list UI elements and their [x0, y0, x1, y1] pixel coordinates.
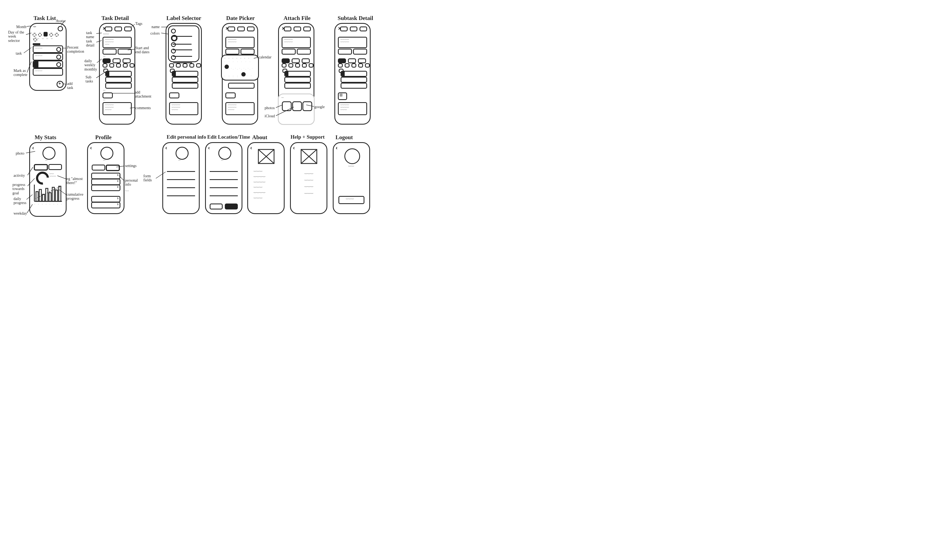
task-name[interactable]: 〰〰	[103, 32, 109, 36]
tags-row	[227, 26, 255, 32]
annot: …	[125, 188, 129, 192]
form-field[interactable]	[210, 179, 238, 180]
phone-profile: ‹ 〰 › › › › ›	[87, 142, 125, 214]
annot: iCloud	[265, 114, 275, 118]
annot: name	[151, 25, 160, 29]
icloud-option[interactable]	[292, 102, 302, 111]
annot: Avatar	[56, 19, 66, 23]
day-selector[interactable]	[33, 32, 63, 42]
primary-button[interactable]	[225, 203, 238, 209]
profile-photo[interactable]	[176, 147, 188, 160]
comments-box: 〰〰〰〰〰〰〰〰〰〰〰	[169, 102, 198, 115]
profile-photo[interactable]	[42, 147, 56, 160]
task-detail-box[interactable]: 〰〰〰〰〰〰〰〰〰〰	[103, 37, 132, 48]
complete-toggle[interactable]	[34, 62, 39, 67]
form-field[interactable]	[210, 187, 238, 188]
phone-my-stats: ‹ 〰 〰〰〰〰〰 - - - - - - - -	[29, 142, 66, 217]
back-icon[interactable]: ‹	[336, 145, 338, 151]
attachment-button[interactable]	[103, 92, 113, 98]
list-row[interactable]: ›	[91, 173, 120, 179]
subtask-item[interactable]	[105, 77, 132, 83]
phone-date-picker: ✕ 〰〰〰〰〰〰〰〰 - - - - - - - · · · · · · · ·…	[222, 23, 258, 125]
form-field[interactable]	[167, 187, 195, 188]
name-label: 〰	[45, 159, 48, 162]
svg-rect-4	[42, 194, 45, 202]
annot: daily weekly monthly	[85, 59, 98, 71]
percent-ring-icon	[56, 47, 61, 52]
list-row[interactable]: ›	[91, 178, 120, 185]
form-field[interactable]	[167, 195, 195, 196]
body-text: 〰〰〰〰〰〰〰〰〰〰〰〰〰〰〰〰〰〰〰〰〰	[253, 169, 278, 201]
task-item[interactable]: 〰〰〰	[33, 53, 63, 60]
profile-photo[interactable]	[218, 147, 231, 160]
list-row[interactable]: ›	[91, 185, 120, 191]
list-row[interactable]: ›	[91, 196, 120, 202]
annot: colors	[150, 31, 160, 35]
back-icon[interactable]: ‹	[90, 145, 92, 151]
svg-rect-7	[52, 187, 54, 202]
tags-row[interactable]	[105, 26, 132, 32]
end-date[interactable]	[118, 49, 132, 55]
annot: google	[314, 105, 325, 109]
svg-rect-2	[36, 192, 38, 202]
screen-title: Logout	[335, 134, 353, 141]
photos-option[interactable]	[282, 102, 292, 111]
comments-box[interactable]: 〰〰〰〰〰〰〰〰〰〰〰	[103, 102, 132, 115]
logout-button[interactable]: 〰〰〰	[338, 196, 364, 204]
chevron-right-icon: ›	[117, 178, 119, 183]
phone-attach-file: ✕ 〰〰〰〰〰〰〰〰 〰	[278, 23, 314, 125]
calendar-sheet[interactable]: - - - - - - - · · · · · · · · · · · · · …	[221, 55, 259, 80]
attachment-thumb[interactable]: ▧	[338, 92, 347, 100]
subtask-item[interactable]	[105, 71, 132, 77]
start-date	[282, 49, 296, 55]
subtask-item	[284, 71, 311, 77]
back-icon[interactable]: ‹	[208, 145, 210, 151]
add-task-button[interactable]: +	[57, 81, 63, 88]
google-option[interactable]	[302, 102, 312, 111]
task-detail-box: 〰〰〰〰〰〰〰〰	[225, 37, 255, 48]
annot: comments	[135, 106, 151, 110]
profile-photo[interactable]	[100, 147, 113, 160]
form-field[interactable]	[210, 171, 238, 172]
annot: weekday	[14, 211, 27, 215]
annot: Sub tasks	[85, 75, 97, 83]
back-icon[interactable]: ‹	[165, 145, 167, 151]
annot: task name	[86, 31, 97, 39]
phone-edit-personal: ‹ 〰	[162, 142, 200, 214]
form-field[interactable]	[167, 179, 195, 180]
image-placeholder-icon	[301, 149, 317, 164]
back-icon[interactable]: ‹	[250, 145, 252, 151]
task-item[interactable]: 〰〰〰	[33, 68, 63, 76]
list-row[interactable]: ›	[91, 202, 120, 208]
activity-chip[interactable]	[34, 164, 48, 171]
task-item-complete[interactable]	[33, 60, 63, 68]
annot: activity	[14, 174, 25, 178]
section-label: 〰	[103, 89, 105, 92]
subtask-item	[341, 77, 367, 83]
svg-rect-9	[59, 186, 61, 202]
secondary-button[interactable]	[210, 203, 223, 209]
donut-caption: 〰〰〰〰〰	[49, 173, 63, 178]
activity-chip[interactable]	[48, 164, 62, 170]
subtask-item[interactable]	[105, 83, 132, 89]
annot: cumulative progress	[66, 192, 85, 201]
attachment-button	[225, 92, 236, 98]
annot: progress towards goal	[12, 183, 29, 195]
form-field[interactable]	[210, 195, 238, 196]
month-label: 〰	[33, 25, 36, 28]
back-icon[interactable]: ‹	[32, 145, 34, 151]
tab[interactable]	[92, 165, 105, 171]
annot: photos	[265, 106, 275, 110]
subtask-item	[284, 83, 311, 89]
form-field[interactable]	[167, 171, 195, 172]
back-icon[interactable]: ‹	[293, 145, 295, 151]
subtask-item	[341, 83, 367, 89]
avatar[interactable]	[58, 26, 63, 31]
screen-title: Profile	[95, 134, 111, 141]
tab-settings[interactable]	[106, 165, 120, 171]
screen-title: Date Picker	[226, 15, 255, 22]
screen-title: About	[252, 134, 267, 141]
task-item[interactable]: 〰〰〰	[33, 45, 63, 53]
image-icon: ▧	[339, 93, 343, 97]
start-date[interactable]	[103, 49, 117, 55]
